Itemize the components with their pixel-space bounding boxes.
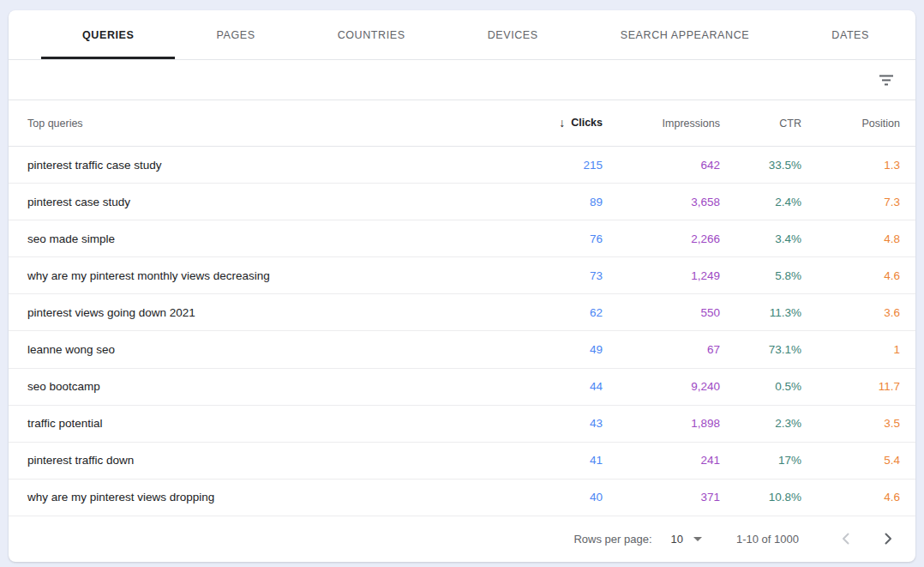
ctr-cell: 33.5% [720, 159, 801, 172]
table-row[interactable]: pinterest traffic case study 215 642 33.… [9, 147, 915, 184]
position-cell: 1.3 [801, 159, 900, 172]
table-row[interactable]: leanne wong seo 49 67 73.1% 1 [9, 331, 915, 368]
impressions-cell: 371 [603, 491, 720, 504]
query-cell: why are my pinterest views dropping [27, 491, 500, 504]
impressions-cell: 9,240 [603, 380, 720, 393]
clicks-cell: 215 [500, 159, 603, 172]
tab-queries-label: QUERIES [82, 29, 134, 41]
ctr-cell: 11.3% [720, 306, 801, 319]
chevron-left-icon [842, 533, 849, 545]
position-cell: 3.6 [801, 306, 900, 319]
impressions-cell: 1,249 [603, 269, 720, 282]
impressions-cell: 241 [603, 454, 720, 467]
position-cell: 7.3 [801, 196, 900, 208]
filter-icon [879, 75, 893, 86]
position-cell: 4.8 [801, 232, 900, 245]
rows-per-page-label: Rows per page: [573, 533, 651, 546]
clicks-cell: 89 [500, 196, 603, 208]
query-cell: pinterest traffic down [27, 454, 500, 467]
position-cell: 4.6 [801, 269, 900, 282]
table-row[interactable]: seo bootcamp 44 9,240 0.5% 11.7 [9, 369, 915, 406]
query-cell: seo bootcamp [27, 380, 500, 393]
impressions-cell: 2,266 [603, 232, 720, 245]
clicks-cell: 76 [500, 232, 603, 245]
clicks-cell: 44 [500, 380, 603, 393]
clicks-cell: 73 [500, 269, 603, 282]
ctr-cell: 0.5% [720, 380, 801, 393]
ctr-cell: 2.3% [720, 417, 801, 430]
table-row[interactable]: traffic potential 43 1,898 2.3% 3.5 [9, 406, 915, 443]
pagination-bar: Rows per page: 10 1-10 of 1000 [9, 516, 915, 562]
table-row[interactable]: why are my pinterest views dropping 40 3… [9, 480, 915, 516]
caret-down-icon [693, 537, 702, 541]
query-cell: traffic potential [27, 417, 500, 430]
next-page-button[interactable] [878, 528, 898, 549]
report-card: QUERIES PAGES COUNTRIES DEVICES SEARCH A… [9, 10, 915, 562]
filter-bar [9, 60, 915, 100]
ctr-cell: 3.4% [720, 232, 801, 245]
ctr-cell: 10.8% [720, 491, 801, 504]
pager-controls [835, 528, 898, 549]
table-row[interactable]: seo made simple 76 2,266 3.4% 4.8 [9, 220, 915, 257]
clicks-cell: 62 [500, 306, 603, 319]
table-header-row: Top queries ↓ Clicks Impressions CTR Pos… [9, 100, 915, 147]
position-cell: 1 [801, 343, 900, 356]
impressions-cell: 642 [603, 159, 720, 172]
tab-devices[interactable]: DEVICES [447, 10, 579, 59]
tab-devices-label: DEVICES [488, 29, 538, 41]
pagination-range: 1-10 of 1000 [736, 533, 799, 546]
impressions-cell: 3,658 [603, 196, 720, 208]
query-column-header: Top queries [27, 118, 500, 130]
clicks-column-header-label: Clicks [571, 117, 603, 129]
table-body: pinterest traffic case study 215 642 33.… [9, 147, 915, 516]
position-cell: 4.6 [801, 491, 900, 504]
sort-descending-icon: ↓ [559, 117, 565, 129]
tab-search-appearance[interactable]: SEARCH APPEARANCE [579, 10, 791, 59]
impressions-column-header[interactable]: Impressions [603, 118, 720, 130]
ctr-cell: 2.4% [720, 196, 801, 208]
ctr-column-header[interactable]: CTR [720, 118, 801, 130]
table-row[interactable]: pinterest views going down 2021 62 550 1… [9, 294, 915, 331]
clicks-cell: 41 [500, 454, 603, 467]
query-cell: pinterest traffic case study [27, 159, 500, 172]
filter-button[interactable] [873, 67, 899, 93]
table-row[interactable]: why are my pinterest monthly views decre… [9, 257, 915, 294]
rows-per-page-select[interactable]: 10 [671, 533, 702, 546]
ctr-cell: 73.1% [720, 343, 801, 356]
query-cell: why are my pinterest monthly views decre… [27, 269, 500, 282]
tab-dates[interactable]: DATES [790, 10, 910, 59]
impressions-cell: 67 [603, 343, 720, 356]
dimension-tabs: QUERIES PAGES COUNTRIES DEVICES SEARCH A… [9, 10, 915, 60]
impressions-cell: 1,898 [603, 417, 720, 430]
previous-page-button[interactable] [835, 528, 855, 549]
clicks-column-header[interactable]: ↓ Clicks [500, 117, 603, 130]
tab-search-appearance-label: SEARCH APPEARANCE [621, 29, 750, 41]
ctr-cell: 5.8% [720, 269, 801, 282]
impressions-cell: 550 [603, 306, 720, 319]
position-column-header[interactable]: Position [801, 118, 900, 130]
clicks-cell: 40 [500, 491, 603, 504]
table-row[interactable]: pinterest case study 89 3,658 2.4% 7.3 [9, 184, 915, 220]
ctr-cell: 17% [720, 454, 801, 467]
query-cell: pinterest case study [27, 196, 500, 208]
tab-countries[interactable]: COUNTRIES [297, 10, 447, 59]
chevron-right-icon [885, 533, 892, 545]
position-cell: 11.7 [801, 380, 900, 393]
query-cell: leanne wong seo [27, 343, 500, 356]
table-row[interactable]: pinterest traffic down 41 241 17% 5.4 [9, 443, 915, 480]
tab-pages-label: PAGES [216, 29, 255, 41]
tab-pages[interactable]: PAGES [175, 10, 296, 59]
tab-countries-label: COUNTRIES [338, 29, 405, 41]
tab-queries[interactable]: QUERIES [41, 10, 175, 59]
position-cell: 3.5 [801, 417, 900, 430]
clicks-cell: 43 [500, 417, 603, 430]
tab-dates-label: DATES [831, 29, 869, 41]
query-cell: pinterest views going down 2021 [27, 306, 500, 319]
position-cell: 5.4 [801, 454, 900, 467]
clicks-cell: 49 [500, 343, 603, 356]
query-cell: seo made simple [27, 232, 500, 245]
rows-per-page-value: 10 [671, 533, 683, 546]
